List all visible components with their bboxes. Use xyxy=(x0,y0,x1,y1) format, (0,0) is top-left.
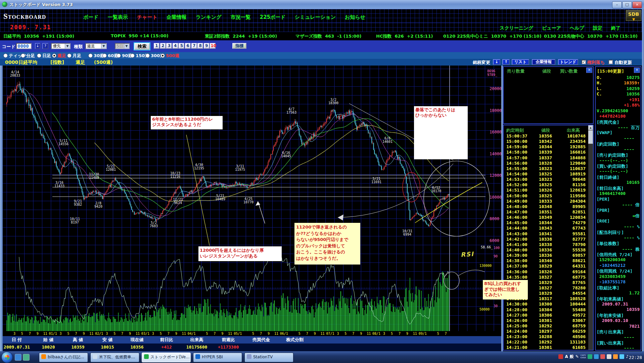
tray-icon-7[interactable] xyxy=(600,354,605,359)
menu-item-7[interactable]: シミュレーション xyxy=(295,14,336,20)
window-right-edge xyxy=(642,9,644,351)
trend-button[interactable]: トレンド xyxy=(558,59,578,65)
page-button-10[interactable]: 10 xyxy=(210,43,216,49)
tray-icon-2[interactable]: 般 xyxy=(570,354,574,360)
help-button[interactable]: ? xyxy=(42,43,48,49)
tape-row: 14:43:001034195581 xyxy=(504,231,588,237)
radio-ティック[interactable] xyxy=(3,53,8,58)
summary-header-row: 日 付始 値高 値安 値現在値前日比出来高前週比売買代金株式分割 xyxy=(0,336,502,344)
menu-item-0[interactable]: ボード xyxy=(83,14,99,20)
tray-icon-0[interactable] xyxy=(558,354,563,359)
tray-icon-1[interactable]: A xyxy=(565,354,568,360)
code-input[interactable] xyxy=(16,43,32,49)
indicator-button[interactable]: 指標 xyxy=(232,43,246,49)
price-axis-label: 20000 xyxy=(490,86,501,91)
close-icon[interactable]: × xyxy=(586,68,592,73)
close-icon[interactable]: × xyxy=(634,68,640,73)
page-button-6[interactable]: 6 xyxy=(185,43,191,49)
x-axis-label: 11 xyxy=(182,332,186,335)
menu-item-2[interactable]: チャート xyxy=(137,14,157,20)
page-button-3[interactable]: 3 xyxy=(166,43,172,49)
close-button[interactable]: × xyxy=(632,1,642,8)
next-symbol-button[interactable]: ↑ xyxy=(502,59,510,65)
page-button-2[interactable]: 2 xyxy=(160,43,166,49)
radio-分足[interactable] xyxy=(21,53,25,58)
page-button-1[interactable]: 1 xyxy=(154,43,159,49)
tray-icon-5[interactable] xyxy=(588,354,592,359)
radio-300週[interactable] xyxy=(145,53,150,58)
code-down-button[interactable]: ↓ xyxy=(35,43,40,49)
task-button-3[interactable]: HYPER SBI xyxy=(193,353,242,362)
radio-500週[interactable] xyxy=(160,53,165,58)
tray-icon-6[interactable] xyxy=(594,354,599,359)
x-axis-label: 5 xyxy=(298,332,301,335)
start-button[interactable] xyxy=(1,352,13,363)
radio-30週[interactable] xyxy=(88,53,93,58)
radio-日足[interactable] xyxy=(37,53,41,58)
menu-item-6[interactable]: 225ボード xyxy=(260,14,286,20)
radio-150週[interactable] xyxy=(130,53,135,58)
secondary-menu-item-4[interactable]: 終了 xyxy=(611,25,620,31)
menu-item-4[interactable]: ランキング xyxy=(196,14,222,20)
task-button-1[interactable]: 米下院、低燃費車... xyxy=(90,353,139,362)
maximize-button[interactable]: □ xyxy=(622,1,632,8)
tray-icon-11[interactable]: ♪ xyxy=(626,354,629,360)
radio-90週[interactable] xyxy=(117,53,121,58)
taskbar-clock[interactable]: 22:28 xyxy=(629,355,642,360)
scrollbar-thumb[interactable] xyxy=(588,130,593,144)
radio-週足[interactable] xyxy=(52,53,56,58)
tray-icon-9[interactable] xyxy=(613,354,618,359)
menu-item-3[interactable]: 企業情報 xyxy=(167,14,187,20)
page-button-8[interactable]: 8 xyxy=(197,43,203,49)
tape-scrollbar[interactable]: ▲ xyxy=(588,125,593,350)
corporate-info-button[interactable]: 企業情報 xyxy=(532,59,555,65)
prev-symbol-button[interactable]: ↓ xyxy=(493,59,500,65)
chevron-down-icon[interactable]: ▼ xyxy=(65,44,70,48)
type-select[interactable]: 週足▼ xyxy=(85,43,107,49)
auto-update-checkbox[interactable] xyxy=(608,60,613,64)
auto-update-label: 自動更新 xyxy=(614,59,632,66)
quote-lines: O.10275H.10359↑L.10259C.10356+191+1.88%V… xyxy=(596,75,641,351)
timeframe-radio-row: ティック分足日足週足月足30週60週90週150週300週500週 xyxy=(0,52,644,59)
quick-launch-icon-1[interactable] xyxy=(15,354,21,361)
annotation-rsi-warning: 85以上の買われす ぎでは特に注意し てみたい xyxy=(483,280,528,299)
list-button[interactable]: リスト xyxy=(512,59,529,65)
peak-label: 4/3012195 xyxy=(194,163,204,170)
priority-select[interactable]: 優先▼ xyxy=(51,43,71,49)
summary-header-8: 売買代金 xyxy=(244,336,278,344)
quick-launch-icon-2[interactable] xyxy=(23,354,30,361)
menu-item-1[interactable]: 一覧表示 xyxy=(108,14,128,20)
menu-item-8[interactable]: お知らせ xyxy=(345,14,365,20)
change-symbol-label: 銘柄変更 xyxy=(473,59,490,66)
chevron-down-icon[interactable]: ▼ xyxy=(101,44,106,48)
tray-icon-10[interactable] xyxy=(619,354,624,359)
scroll-up-icon[interactable]: ▲ xyxy=(588,125,593,130)
x-axis-label: 7 xyxy=(75,332,77,335)
peak-label: 10/2311216 xyxy=(170,171,180,178)
radio-60週[interactable] xyxy=(102,53,107,58)
tray-icon-8[interactable] xyxy=(607,354,611,359)
search-button[interactable]: 検索 xyxy=(134,43,150,50)
x-axis-label: 3 xyxy=(383,332,385,335)
summary-value-3: 10015 xyxy=(93,344,122,351)
page-button-9[interactable]: 9 xyxy=(204,43,210,49)
page-button-4[interactable]: 4 xyxy=(173,43,178,49)
secondary-menu-item-1[interactable]: ビューア xyxy=(542,25,561,31)
secondary-menu-item-2[interactable]: ヘルプ xyxy=(570,25,584,31)
page-button-5[interactable]: 5 xyxy=(179,43,184,49)
peak-label: 3/1611433 xyxy=(54,181,64,188)
peak-label: 2/89420 xyxy=(94,201,102,208)
menu-item-5[interactable]: 市況一覧 xyxy=(231,14,251,20)
task-button-2[interactable]: ストックボード[Ve... xyxy=(142,353,191,362)
x-axis-label: 7 xyxy=(445,332,447,335)
secondary-menu-item-0[interactable]: スクリーニング xyxy=(500,25,533,31)
ticker-segment-2: 東証2部指数 2244 +19 (15:00) xyxy=(205,33,277,39)
task-button-4[interactable]: StationTV xyxy=(244,353,293,362)
radio-月足[interactable] xyxy=(67,53,72,58)
tray-icon-3[interactable]: ✎ xyxy=(576,354,579,360)
ex-rights-checkbox[interactable]: ✓ xyxy=(582,60,586,64)
page-button-7[interactable]: 7 xyxy=(191,43,197,49)
task-button-0[interactable]: bilbaaさんの日記... xyxy=(39,353,88,362)
minimize-button[interactable]: – xyxy=(612,1,622,8)
secondary-menu-item-3[interactable]: 設定 xyxy=(593,25,602,31)
